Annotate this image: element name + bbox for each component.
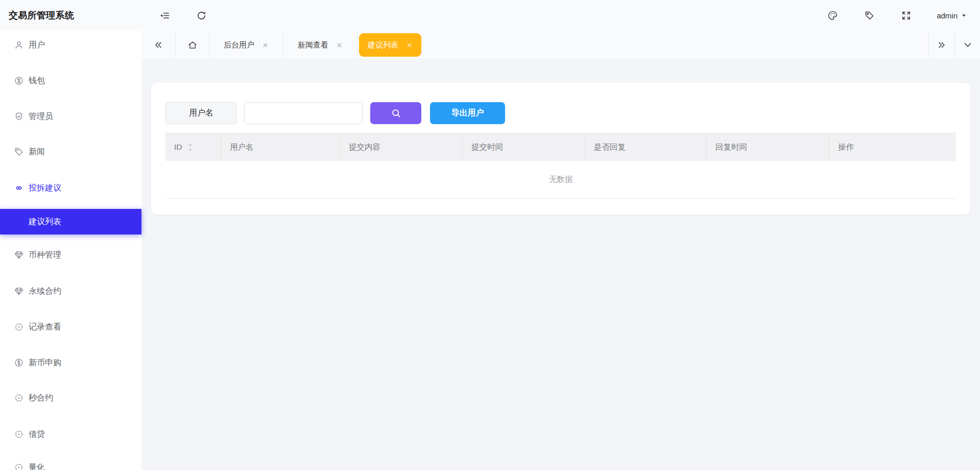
dollar-circle-icon [14, 358, 24, 368]
sidebar-item-label: 量化 [29, 462, 45, 470]
user-icon [14, 40, 24, 50]
app-title: 交易所管理系统 [0, 9, 141, 21]
sidebar-item-label: 投拆建议 [29, 183, 61, 194]
tabs-scroll-right-button[interactable] [929, 31, 954, 59]
sidebar: 用户 钱包 管理员 新闻 投拆建议 [0, 31, 141, 470]
column-header-id[interactable]: ID [165, 133, 221, 161]
tab-label: 新闻查看 [298, 40, 328, 50]
theme-palette-icon[interactable] [826, 9, 839, 21]
sidebar-item-label: 借贷 [29, 429, 45, 440]
sidebar-item-label: 新币申购 [29, 358, 61, 368]
tab-news-view[interactable]: 新闻查看 [289, 33, 351, 57]
sidebar-item-label: 新闻 [29, 147, 45, 157]
search-input[interactable] [244, 102, 363, 124]
sidebar-item-users[interactable]: 用户 [0, 32, 141, 58]
divider [357, 31, 357, 59]
sidebar-item-perpetual-contract[interactable]: 永续合约 [0, 278, 141, 304]
fullscreen-icon[interactable] [900, 9, 912, 21]
column-header-replied: 是否回复 [585, 133, 707, 161]
search-button[interactable] [370, 102, 421, 124]
column-header-submit-time: 提交时间 [463, 133, 585, 161]
suggestions-table: ID 用户名 提交内容 提交时间 是否回复 回复时 [165, 133, 956, 199]
diamond-icon [14, 250, 24, 260]
table-header-row: ID 用户名 提交内容 提交时间 是否回复 回复时 [165, 133, 956, 161]
double-chevron-left-icon [153, 40, 163, 50]
divider [283, 31, 283, 59]
tag-icon[interactable] [863, 9, 875, 21]
tab-label: 建议列表 [368, 40, 398, 50]
export-users-label: 导出用户 [451, 108, 484, 119]
sidebar-fold-icon[interactable] [158, 9, 171, 21]
sidebar-item-coin-management[interactable]: 币种管理 [0, 242, 141, 268]
aim-icon [14, 462, 24, 470]
sidebar-item-new-coin-subscription[interactable]: 新币申购 [0, 350, 141, 375]
sidebar-item-label: 币种管理 [29, 250, 61, 261]
tab-close-icon[interactable] [262, 42, 269, 49]
topbar: 交易所管理系统 [0, 0, 980, 31]
tabbar: 后台用户 新闻查看 建议列表 [141, 31, 980, 60]
main-content: 用户名 导出用户 ID 用户名 [141, 60, 980, 470]
dollar-circle-icon [14, 76, 24, 86]
sidebar-item-records[interactable]: 记录查看 [0, 314, 141, 340]
sort-icon[interactable] [187, 143, 194, 152]
sidebar-item-suggestion-list[interactable]: 建议列表 [0, 209, 141, 234]
sidebar-item-label: 钱包 [29, 76, 45, 86]
sidebar-item-label: 秒合约 [29, 393, 53, 404]
empty-text: 无数据 [549, 174, 573, 185]
table-empty-row: 无数据 [165, 161, 956, 199]
tag-icon [14, 147, 24, 157]
aim-icon [14, 322, 24, 332]
infinity-link-icon [14, 183, 24, 193]
sidebar-item-feedback[interactable]: 投拆建议 [0, 175, 141, 201]
double-chevron-right-icon [937, 40, 947, 50]
filter-field-label: 用户名 [189, 108, 213, 119]
topbar-right-actions: admin [826, 9, 967, 21]
user-menu[interactable]: admin [937, 11, 967, 20]
sidebar-item-label: 建议列表 [29, 217, 61, 227]
aim-icon [14, 393, 24, 403]
tab-backend-users[interactable]: 后台用户 [215, 33, 277, 57]
column-header-actions: 操作 [829, 133, 956, 161]
search-icon [391, 108, 401, 119]
tabs-scroll-left-button[interactable] [141, 31, 175, 59]
home-icon [187, 40, 198, 50]
tab-close-icon[interactable] [406, 42, 413, 49]
sidebar-item-label: 永续合约 [29, 286, 61, 297]
sidebar-item-quantitative[interactable]: 量化 [0, 455, 141, 470]
column-header-reply-time: 回复时间 [707, 133, 829, 161]
sidebar-item-label: 用户 [29, 40, 45, 51]
tab-label: 后台用户 [224, 40, 254, 50]
sidebar-item-admins[interactable]: 管理员 [0, 104, 141, 129]
sidebar-item-lending[interactable]: 借贷 [0, 421, 141, 447]
sidebar-item-second-contract[interactable]: 秒合约 [0, 385, 141, 411]
export-users-button[interactable]: 导出用户 [430, 102, 505, 124]
filter-field-selector[interactable]: 用户名 [165, 102, 237, 124]
column-header-username: 用户名 [221, 133, 340, 161]
divider [209, 31, 209, 59]
topbar-left-actions [158, 9, 207, 21]
column-header-submitted-content: 提交内容 [340, 133, 463, 161]
sidebar-item-wallet[interactable]: 钱包 [0, 68, 141, 93]
refresh-icon[interactable] [195, 9, 207, 21]
user-name: admin [937, 11, 958, 20]
shield-check-icon [14, 111, 24, 122]
search-toolbar: 用户名 导出用户 [165, 102, 505, 124]
aim-icon [14, 429, 24, 439]
tabs-menu-button[interactable] [955, 31, 980, 59]
sidebar-item-label: 管理员 [29, 111, 53, 122]
caret-down-icon [961, 13, 967, 18]
sidebar-item-label: 记录查看 [29, 322, 61, 333]
sidebar-item-news[interactable]: 新闻 [0, 139, 141, 165]
home-tab-button[interactable] [176, 31, 209, 59]
tab-suggestion-list[interactable]: 建议列表 [359, 33, 421, 57]
chevron-down-icon [963, 40, 973, 50]
diamond-icon [14, 286, 24, 296]
tab-close-icon[interactable] [336, 42, 343, 49]
suggestion-list-card: 用户名 导出用户 ID 用户名 [151, 83, 970, 215]
